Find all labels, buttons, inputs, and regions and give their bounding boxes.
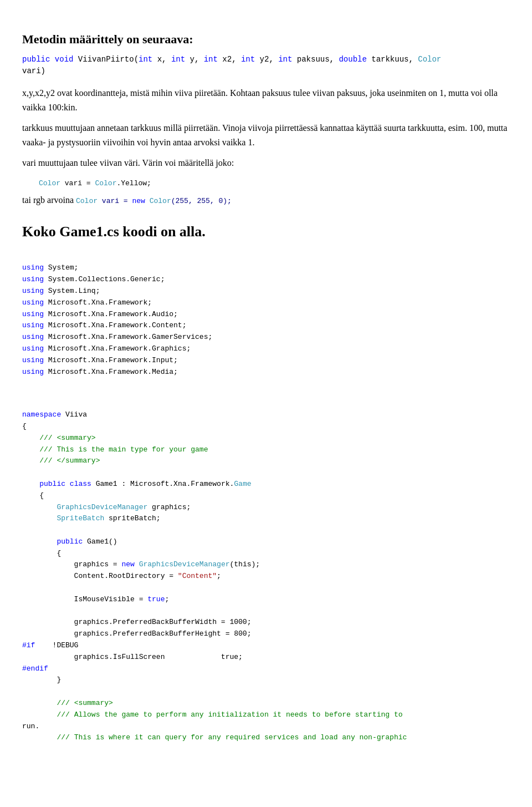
main-heading: Metodin määrittely on seuraava: [22,30,510,48]
param-x2: x2, [218,55,241,64]
param-x: x, [152,55,171,64]
param-vari: vari) [22,67,45,75]
param-int3: int [204,55,218,64]
code-namespace: namespace Viiva { /// <summary> /// This… [22,398,510,744]
param-y2: y2, [255,55,278,64]
koko-heading: Koko Game1.cs koodi on alla. [22,221,510,242]
param-int4: int [241,55,255,64]
param-int5: int [278,55,292,64]
param-double: double [339,55,366,64]
param-y: y, [185,55,204,64]
param-tarkkuus: tarkkuus, [367,55,418,64]
color-line-1: Color vari = Color.Yellow; [39,178,510,190]
param-int1: int [139,55,152,64]
color-line-2-text: tai rgb arvoina [22,195,76,205]
param-int2: int [171,55,185,64]
kw-public: public [22,55,50,64]
color-line-2-code: Color vari = new Color(255, 255, 0); [76,197,232,205]
method-signature: public void ViivanPiirto(int x, int y, i… [22,54,510,77]
kw-void-label: void [55,55,74,64]
paragraph-2: tarkkuus muuttujaan annetaan tarkkuus mi… [22,121,510,149]
param-paksuus: paksuus, [292,55,339,64]
code-using-block: using System;using System.Collections.Ge… [22,251,510,378]
param-color-type: Color [418,55,441,64]
paragraph-3: vari muuttujaan tulee viivan väri. Värin… [22,156,510,170]
paragraph-1: x,y,x2,y2 ovat koordinantteja, mistä mih… [22,86,510,114]
method-name: ViivanPiirto( [78,55,139,64]
color-line-2: tai rgb arvoina Color vari = new Color(2… [22,193,510,207]
